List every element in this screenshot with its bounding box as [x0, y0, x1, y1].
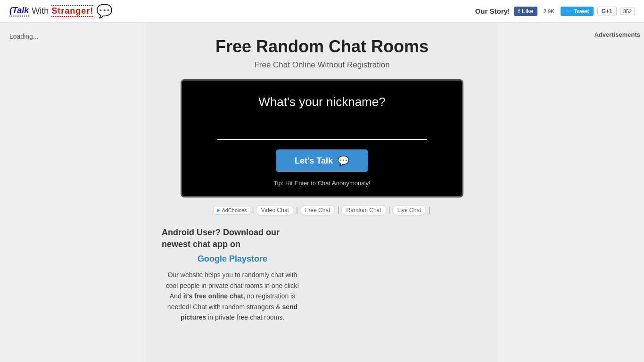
facebook-like-button[interactable]: f Like [514, 7, 537, 16]
fb-icon: f [518, 8, 520, 15]
logo[interactable]: (Talk With Stranger! 💬 [9, 3, 113, 19]
main-content: Free Random Chat Rooms Free Chat Online … [146, 23, 498, 362]
video-chat-tag[interactable]: Video Chat [256, 205, 294, 215]
tag-separator-4: | [388, 206, 390, 214]
bold-send-pictures: send pictures [181, 303, 297, 321]
lets-talk-button[interactable]: Let's Talk 💬 [276, 149, 368, 172]
tag-separator-5: | [428, 206, 430, 214]
logo-with: With [32, 6, 49, 16]
random-chat-tag[interactable]: Random Chat [341, 205, 387, 215]
logo-talk: (Talk [9, 6, 29, 16]
gp-label: G+1 [602, 8, 612, 15]
speech-bubble-icon: 💬 [338, 155, 349, 166]
bold-free-chat: it's free online chat, [183, 292, 245, 300]
android-title: Android User? Download our newest chat a… [162, 227, 303, 250]
tip-text: Tip: Hit Enter to Chat Anonymously! [191, 180, 453, 187]
adchoices-label: AdChoices [222, 207, 247, 213]
adchoices-tag[interactable]: ▶ AdChoices [214, 206, 250, 214]
gp-count: 352 [620, 8, 635, 15]
left-sidebar: Loading... [0, 23, 146, 50]
live-chat-tag[interactable]: Live Chat [392, 205, 427, 215]
tweet-label: Tweet [574, 8, 589, 15]
nickname-input[interactable] [217, 123, 426, 140]
page-title: Free Random Chat Rooms [156, 37, 488, 57]
chat-box: What's your nickname? Let's Talk 💬 Tip: … [181, 79, 463, 197]
play-icon: ▶ [217, 208, 220, 213]
page-subtitle: Free Chat Online Without Registration [156, 60, 488, 70]
loading-indicator: Loading... [9, 33, 39, 40]
logo-stranger: Stranger! [51, 5, 93, 17]
fb-count: 2.9K [541, 8, 557, 15]
android-description: Our website helps you to randomly chat w… [162, 270, 303, 322]
our-story-label: Our Story! [475, 7, 510, 15]
google-play-link[interactable]: Google Playstore [162, 254, 303, 264]
google-plus-button[interactable]: G+1 [597, 7, 617, 16]
android-section: Android User? Download our newest chat a… [162, 227, 303, 322]
tag-separator-2: | [296, 206, 298, 214]
twitter-icon: 🐦 [565, 8, 572, 15]
tag-separator-3: | [337, 206, 339, 214]
advertisements-label: Advertisements [590, 29, 644, 40]
button-label: Let's Talk [295, 156, 333, 166]
tag-separator-1: | [252, 206, 254, 214]
free-chat-tag[interactable]: Free Chat [300, 205, 335, 215]
bottom-section: Android User? Download our newest chat a… [162, 227, 482, 322]
site-header: (Talk With Stranger! 💬 Our Story! f Like… [0, 0, 644, 23]
twitter-tweet-button[interactable]: 🐦 Tweet [561, 7, 594, 16]
nickname-prompt: What's your nickname? [191, 95, 453, 109]
header-right: Our Story! f Like 2.9K 🐦 Tweet G+1 352 [475, 7, 635, 16]
chat-icon: 💬 [96, 3, 113, 19]
fb-like-label: Like [522, 8, 533, 15]
ad-tags-row: ▶ AdChoices | Video Chat | Free Chat | R… [181, 205, 463, 215]
